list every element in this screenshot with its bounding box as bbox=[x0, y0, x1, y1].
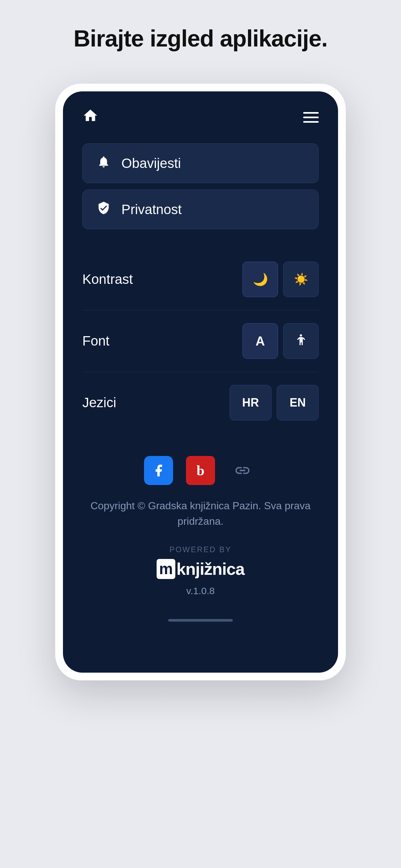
phone-screen: Obavijesti Privatnost Kontrast 🌙 bbox=[63, 91, 338, 673]
settings-section: Kontrast 🌙 ☀️ Font A bbox=[63, 242, 338, 440]
language-buttons: HR EN bbox=[229, 385, 319, 421]
font-a-icon: A bbox=[256, 334, 265, 348]
contrast-row: Kontrast 🌙 ☀️ bbox=[82, 249, 319, 310]
language-en-button[interactable]: EN bbox=[277, 385, 319, 421]
contrast-light-button[interactable]: ☀️ bbox=[283, 261, 319, 297]
font-serif-button[interactable]: A bbox=[243, 323, 278, 359]
font-buttons: A bbox=[243, 323, 319, 359]
font-row: Font A bbox=[82, 310, 319, 372]
notifications-label: Obavijesti bbox=[121, 156, 181, 171]
home-icon[interactable] bbox=[82, 107, 98, 127]
contrast-buttons: 🌙 ☀️ bbox=[243, 261, 319, 297]
contrast-dark-button[interactable]: 🌙 bbox=[243, 261, 278, 297]
link-icon[interactable] bbox=[228, 456, 257, 485]
page-title: Birajte izgled aplikacije. bbox=[73, 26, 328, 51]
top-bar bbox=[63, 91, 338, 137]
language-row: Jezici HR EN bbox=[82, 372, 319, 433]
menu-section: Obavijesti Privatnost bbox=[63, 137, 338, 242]
notifications-icon bbox=[96, 155, 112, 172]
svg-point-0 bbox=[300, 334, 302, 337]
language-label: Jezici bbox=[82, 395, 116, 410]
powered-by-label: POWERED BY bbox=[169, 545, 232, 554]
moon-icon: 🌙 bbox=[253, 272, 268, 286]
phone-mockup: Obavijesti Privatnost Kontrast 🌙 bbox=[55, 84, 346, 680]
privacy-icon bbox=[96, 201, 112, 218]
hamburger-menu-icon[interactable] bbox=[303, 112, 319, 123]
accessibility-icon bbox=[295, 333, 307, 349]
bookboon-icon[interactable]: b bbox=[186, 456, 215, 485]
font-accessible-button[interactable] bbox=[283, 323, 319, 359]
facebook-icon[interactable] bbox=[144, 456, 173, 485]
contrast-label: Kontrast bbox=[82, 272, 133, 287]
footer-icons: b bbox=[144, 456, 257, 485]
sun-icon: ☀️ bbox=[294, 273, 308, 286]
notifications-menu-item[interactable]: Obavijesti bbox=[82, 144, 319, 183]
privacy-menu-item[interactable]: Privatnost bbox=[82, 190, 319, 229]
privacy-label: Privatnost bbox=[121, 202, 182, 217]
footer: b Copyright © Gradska knjižnica Pazin. S… bbox=[63, 440, 338, 606]
language-hr-button[interactable]: HR bbox=[229, 385, 272, 421]
font-label: Font bbox=[82, 333, 110, 349]
home-indicator bbox=[168, 619, 233, 622]
version-text: v.1.0.8 bbox=[186, 585, 215, 596]
copyright-text: Copyright © Gradska knjižnica Pazin. Sva… bbox=[82, 498, 319, 529]
brand-name: mknjižnica bbox=[157, 557, 244, 579]
